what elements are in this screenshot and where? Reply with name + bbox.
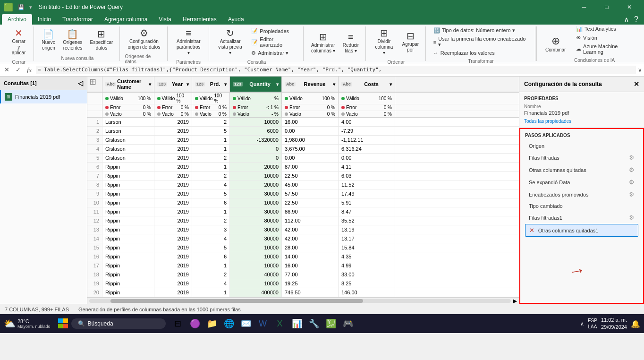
edge-icon[interactable]: 🌐 <box>221 316 237 331</box>
icon-9[interactable]: 🔧 <box>306 316 322 331</box>
col-header-costs[interactable]: Abc Costs ▾ <box>339 77 395 92</box>
formula-accept-icon[interactable]: ✓ <box>13 65 23 75</box>
col-filter-year[interactable]: ▾ <box>186 82 189 87</box>
tab-ayuda[interactable]: Ayuda <box>222 14 250 25</box>
col-filter-revenue[interactable]: ▾ <box>333 82 335 87</box>
table-row[interactable]: 9Rippin201953000057.5017.49 <box>87 189 519 198</box>
step-item[interactable]: ✕ Otras columnas quitadas1 <box>525 224 638 237</box>
icon-10[interactable]: 💹 <box>323 316 339 331</box>
nuevo-origen-button[interactable]: 📄 Nuevoorigen <box>39 27 58 53</box>
ribbon-collapse-btn[interactable]: ∧ <box>624 15 629 24</box>
scroll-right[interactable]: ▶ <box>513 298 517 304</box>
table-row[interactable]: 11Rippin201913000086.908.47 <box>87 207 519 216</box>
teams-icon[interactable]: 🟣 <box>187 316 203 331</box>
col-filter-costs[interactable]: ▾ <box>390 82 392 87</box>
word-icon[interactable]: W <box>255 316 271 331</box>
reducir-filas-button[interactable]: ≡ Reducirfilas ▾ <box>340 30 362 56</box>
table-row[interactable]: 17Rippin201911000016.004.99 <box>87 261 519 270</box>
formula-input[interactable]: = Table.SelectColumns(#"Filas filtradas1… <box>36 66 636 74</box>
text-analytics-button[interactable]: 📊 Text Analytics <box>574 25 640 33</box>
cerrar-aplicar-button[interactable]: ✕ Cerrar yaplicar <box>8 26 30 58</box>
step-item[interactable]: Se expandió Data⚙ <box>525 176 638 188</box>
col-filter-prd[interactable]: ▾ <box>224 82 227 87</box>
taskbar-search[interactable]: 🔍 Búsqueda <box>71 318 166 329</box>
reemplazar-button[interactable]: ↔ Reemplazar los valores <box>431 49 532 57</box>
table-row[interactable]: 2Larson2019560000.00-7.29 <box>87 127 519 136</box>
step-gear-icon[interactable]: ⚙ <box>629 166 635 173</box>
step-item[interactable]: Origen <box>525 141 638 151</box>
table-row[interactable]: 20Rippin20191400000746.50146.00 <box>87 288 519 297</box>
close-button[interactable]: ✕ <box>619 0 640 14</box>
files-icon[interactable]: 📁 <box>204 316 220 331</box>
step-item[interactable]: Filas filtradas⚙ <box>525 152 638 163</box>
help-button[interactable]: ? <box>634 15 638 24</box>
origenes-recientes-button[interactable]: 📋 Orígenesrecientes <box>60 27 85 53</box>
minimize-button[interactable]: ─ <box>573 0 595 14</box>
primera-fila-button[interactable]: ≡ Usar la primera fila como encabezado ▾ <box>431 35 532 49</box>
tipo-datos-button[interactable]: 🔢 Tipo de datos: Número entero ▾ <box>431 26 532 34</box>
step-x-icon[interactable]: ✕ <box>529 227 536 234</box>
editor-avanzado-button[interactable]: 📝 Editor avanzado <box>248 35 299 49</box>
table-row[interactable]: 18Rippin201924000077.0033.00 <box>87 270 519 279</box>
formula-cancel-icon[interactable]: ✕ <box>2 65 11 75</box>
excel-icon[interactable]: X <box>272 316 288 331</box>
step-gear-icon[interactable]: ⚙ <box>629 214 635 221</box>
table-row[interactable]: 3Gislason20191-13200001,980.00-1,112.11 <box>87 136 519 145</box>
icon-11[interactable]: 🎮 <box>340 316 356 331</box>
table-row[interactable]: 4Gislason2019103,675.006,316.24 <box>87 145 519 154</box>
system-tray-up[interactable]: ∧ <box>580 321 584 327</box>
config-origen-button[interactable]: ⚙ Configuraciónorigen de datos <box>125 26 163 52</box>
step-item[interactable]: Tipo cambiado <box>525 201 638 211</box>
agrupar-por-button[interactable]: ⊟ Agruparpor <box>399 29 422 55</box>
right-panel-close[interactable]: ✕ <box>634 80 639 88</box>
start-button[interactable] <box>57 317 68 330</box>
combinar-button[interactable]: ⊕ Combinar <box>541 33 570 54</box>
formula-fx-icon[interactable]: fx <box>25 65 34 75</box>
query-item-financials[interactable]: ⊞ Financials 2019 pdf <box>0 90 87 103</box>
azure-ml-button[interactable]: ☁ Azure Machine Learning <box>574 43 640 56</box>
dividir-columna-button[interactable]: ⊞ Dividircolumna ▾ <box>371 26 398 58</box>
actualizar-button[interactable]: ↻ Actualizarvista previa ▾ <box>214 26 246 58</box>
horizontal-scrollbar[interactable]: ▶ <box>87 297 519 304</box>
tab-herramientas[interactable]: Herramientas <box>177 14 222 25</box>
tab-inicio[interactable]: Inicio <box>32 14 57 25</box>
step-item[interactable]: Filas filtradas1⚙ <box>525 212 638 223</box>
table-row[interactable]: 8Rippin201942000045.0011.52 <box>87 180 519 189</box>
formula-expand-icon[interactable]: ∨ <box>638 67 642 73</box>
col-header-prd[interactable]: 123 Prd. ▾ <box>192 77 230 92</box>
step-gear-icon[interactable]: ⚙ <box>629 191 635 198</box>
col-header-year[interactable]: 123 Year ▾ <box>154 77 192 92</box>
admin-parametros-button[interactable]: ≡ Administrarparámetros ▾ <box>172 26 205 58</box>
table-row[interactable]: 6Rippin201912000087.004.11 <box>87 163 519 171</box>
task-view-icon[interactable]: ⊟ <box>170 316 186 331</box>
step-item[interactable]: Encabezados promovidos⚙ <box>525 189 638 200</box>
table-row[interactable]: 7Rippin201921000022.506.03 <box>87 171 519 180</box>
table-row[interactable]: 12Rippin2019280000112.0035.52 <box>87 216 519 225</box>
table-row[interactable]: 16Rippin201961000014.004.35 <box>87 252 519 261</box>
table-row[interactable]: 1Larson201921000016.004.00 <box>87 118 519 127</box>
tab-archivo[interactable]: Archivo <box>2 14 32 25</box>
table-row[interactable]: 14Rippin201943000042.0013.17 <box>87 234 519 243</box>
tab-agregar-columna[interactable]: Agregar columna <box>99 14 153 25</box>
table-row[interactable]: 5Gislason2019200.000.00 <box>87 154 519 163</box>
table-row[interactable]: 15Rippin201951000028.0015.84 <box>87 243 519 252</box>
maximize-button[interactable]: □ <box>596 0 618 14</box>
col-header-quantity[interactable]: 123 Quantity ▾ <box>230 77 282 92</box>
step-item[interactable]: Otras columnas quitadas⚙ <box>525 164 638 176</box>
tab-vista[interactable]: Vista <box>153 14 177 25</box>
col-filter-quantity[interactable]: ▾ <box>276 82 279 87</box>
vision-button[interactable]: 👁 Visión <box>574 34 640 42</box>
administrar-button[interactable]: ⚙ Administrar ▾ <box>248 49 299 57</box>
mail-icon[interactable]: ✉️ <box>238 316 254 331</box>
admin-columnas-button[interactable]: ⊞ Administrarcolumnas ▾ <box>308 30 338 56</box>
notification-icon[interactable]: 🔔 <box>631 319 640 328</box>
step-gear-icon[interactable]: ⚙ <box>629 154 635 161</box>
especificar-datos-button[interactable]: ⊞ Especificardatos <box>87 27 116 53</box>
step-gear-icon[interactable]: ⚙ <box>629 179 635 186</box>
table-row[interactable]: 19Rippin201941000019.258.25 <box>87 279 519 288</box>
col-header-name[interactable]: Abc Customer Name ▾ <box>102 77 154 92</box>
col-header-revenue[interactable]: Abc Revenue ▾ <box>282 77 339 92</box>
propiedades-button[interactable]: 📝 Propiedades <box>248 27 299 35</box>
icon-8[interactable]: 📊 <box>289 316 305 331</box>
table-row[interactable]: 10Rippin201961000022.505.91 <box>87 198 519 207</box>
